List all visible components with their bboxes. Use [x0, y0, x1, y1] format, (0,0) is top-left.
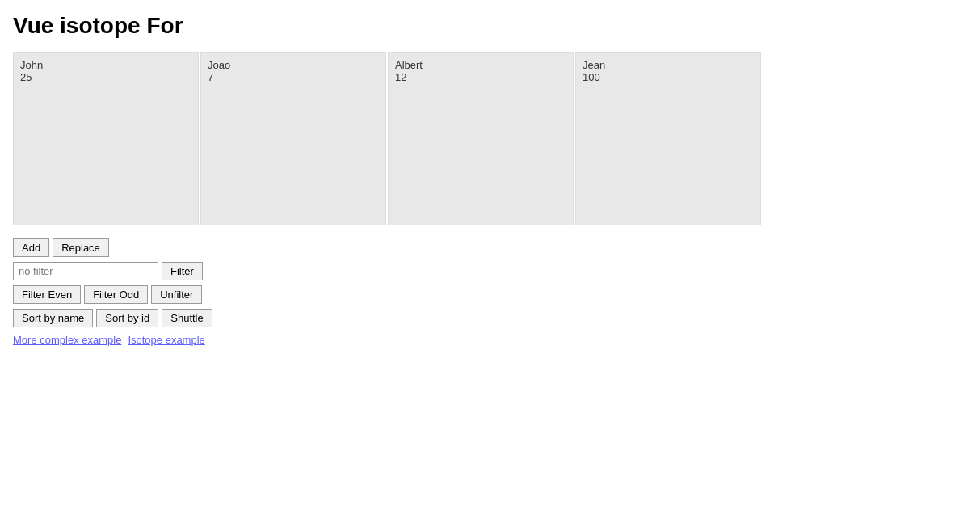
card-id: 100	[583, 71, 754, 83]
card-name: Jean	[583, 59, 754, 71]
replace-button[interactable]: Replace	[53, 238, 109, 257]
card-id: 7	[208, 71, 379, 83]
page-title: Vue isotope For	[13, 13, 967, 39]
controls: Add Replace Filter Filter Even Filter Od…	[13, 238, 967, 346]
filter-input[interactable]	[13, 262, 158, 280]
links-row: More complex example Isotope example	[13, 334, 205, 346]
filter-button[interactable]: Filter	[162, 262, 203, 280]
filter-even-button[interactable]: Filter Even	[13, 285, 81, 304]
more-complex-example-link[interactable]: More complex example	[13, 334, 121, 346]
add-replace-row: Add Replace	[13, 238, 109, 257]
card-name: Joao	[208, 59, 379, 71]
card-id: 25	[20, 71, 191, 83]
filter-input-row: Filter	[13, 262, 203, 280]
add-button[interactable]: Add	[13, 238, 49, 257]
card-item: Albert12	[388, 52, 574, 225]
cards-container: John25Joao7Albert12Jean100	[13, 52, 967, 225]
sort-by-name-button[interactable]: Sort by name	[13, 309, 93, 327]
unfilter-button[interactable]: Unfilter	[151, 285, 202, 304]
sort-buttons-row: Sort by name Sort by id Shuttle	[13, 309, 212, 327]
card-item: Joao7	[200, 52, 386, 225]
sort-by-id-button[interactable]: Sort by id	[96, 309, 158, 327]
card-name: John	[20, 59, 191, 71]
filter-buttons-row: Filter Even Filter Odd Unfilter	[13, 285, 202, 304]
card-item: John25	[13, 52, 199, 225]
filter-odd-button[interactable]: Filter Odd	[84, 285, 148, 304]
card-name: Albert	[395, 59, 566, 71]
card-item: Jean100	[575, 52, 761, 225]
shuttle-button[interactable]: Shuttle	[162, 309, 212, 327]
isotope-example-link[interactable]: Isotope example	[128, 334, 204, 346]
card-id: 12	[395, 71, 566, 83]
